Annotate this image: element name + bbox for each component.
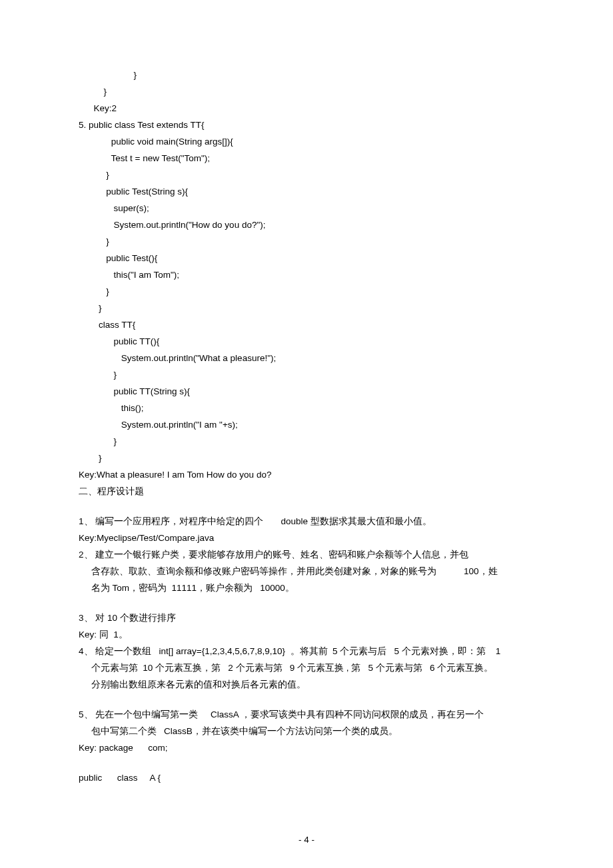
code-line: Key:2	[79, 100, 534, 117]
code-line: }	[79, 366, 534, 383]
question-text: 5、 先在一个包中编写第一类 ClassA ，要求写该类中具有四种不同访问权限的…	[79, 706, 534, 723]
answer-key: Key:What a pleasure! I am Tom How do you…	[79, 466, 534, 483]
page: } } Key:2 5. public class Test extends T…	[0, 0, 613, 868]
question-text: 包中写第二个类 ClassB，并在该类中编写一个方法访问第一个类的成员。	[79, 723, 534, 739]
answer-key: Key:Myeclipse/Test/Compare.java	[79, 530, 534, 546]
code-line: public void main(String args[]){	[79, 133, 534, 150]
code-line: class TT{	[79, 316, 534, 333]
code-line: }	[79, 433, 534, 450]
question-text: 3、 对 10 个数进行排序	[79, 610, 534, 626]
code-line: }	[79, 67, 534, 83]
spacer	[79, 756, 534, 769]
code-line: }	[79, 450, 534, 466]
spacer	[79, 500, 534, 513]
code-line: public TT(){	[79, 333, 534, 350]
page-number: - 4 -	[0, 831, 613, 848]
code-line: }	[79, 233, 534, 250]
section-title: 二、程序设计题	[79, 483, 534, 500]
question-text: 个元素与第 10 个元素互换，第 2 个元素与第 9 个元素互换 , 第 5 个…	[79, 659, 534, 676]
code-line: }	[79, 300, 534, 316]
code-line: public TT(String s){	[79, 383, 534, 400]
code-line: }	[79, 167, 534, 183]
code-line: public class A {	[79, 769, 534, 786]
code-line: super(s);	[79, 200, 534, 217]
question-text: 分别输出数组原来各元素的值和对换后各元素的值。	[79, 676, 534, 693]
code-line: }	[79, 283, 534, 300]
spacer	[79, 596, 534, 610]
question-text: 2、 建立一个银行账户类，要求能够存放用户的账号、姓名、密码和账户余额等个人信息…	[79, 546, 534, 563]
question-text: 名为 Tom，密码为 11111，账户余额为 10000。	[79, 580, 534, 596]
answer-key: Key: package com;	[79, 739, 534, 756]
question-text: 含存款、取款、查询余额和修改账户密码等操作，并用此类创建对象，对象的账号为 10…	[79, 563, 534, 580]
code-line: this();	[79, 400, 534, 416]
code-line: 5. public class Test extends TT{	[79, 117, 534, 133]
code-line: this("I am Tom");	[79, 266, 534, 283]
code-line: System.out.println("I am "+s);	[79, 416, 534, 433]
code-line: System.out.println("How do you do?");	[79, 217, 534, 233]
code-line: System.out.println("What a pleasure!");	[79, 350, 534, 366]
code-line: public Test(){	[79, 250, 534, 266]
code-line: public Test(String s){	[79, 183, 534, 200]
question-text: 4、 给定一个数组 int[] array={1,2,3,4,5,6,7,8,9…	[79, 643, 534, 659]
answer-key: Key: 同 1。	[79, 626, 534, 643]
code-line: }	[79, 83, 534, 100]
code-line: Test t = new Test("Tom");	[79, 150, 534, 167]
spacer	[79, 693, 534, 706]
question-text: 1、 编写一个应用程序，对程序中给定的四个 double 型数据求其最大值和最小…	[79, 513, 534, 530]
